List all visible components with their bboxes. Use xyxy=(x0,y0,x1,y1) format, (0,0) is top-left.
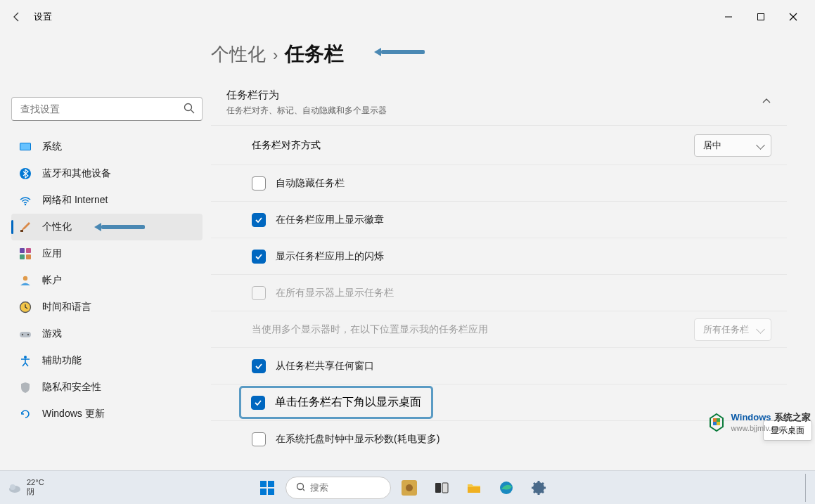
row-label: 任务栏对齐方式 xyxy=(252,139,694,152)
svg-point-2 xyxy=(185,104,192,111)
svg-rect-21 xyxy=(713,422,717,425)
sidebar-item-accessibility[interactable]: 辅助功能 xyxy=(11,347,203,374)
window-title: 设置 xyxy=(34,11,52,23)
sidebar-item-label: 应用 xyxy=(42,247,62,260)
row-seconds: 在系统托盘时钟中显示秒数(耗电更多) xyxy=(211,421,787,448)
weather-icon xyxy=(7,480,23,496)
maximize-button[interactable] xyxy=(745,6,777,28)
svg-rect-25 xyxy=(260,481,267,487)
sidebar-item-network[interactable]: 网络和 Internet xyxy=(11,187,203,214)
chevron-up-icon xyxy=(762,96,771,109)
wifi-icon xyxy=(18,193,32,207)
svg-line-30 xyxy=(303,489,304,492)
taskbar-edge[interactable] xyxy=(492,474,520,502)
taskview-icon xyxy=(433,479,450,496)
svg-rect-15 xyxy=(20,332,31,337)
svg-point-17 xyxy=(27,334,29,335)
taskbar-task-view[interactable] xyxy=(428,474,456,502)
row-autohide: 自动隐藏任务栏 xyxy=(211,165,787,202)
sidebar-item-label: Windows 更新 xyxy=(42,408,105,420)
sidebar-item-apps[interactable]: 应用 xyxy=(11,240,203,267)
sidebar-item-label: 网络和 Internet xyxy=(42,194,108,207)
svg-rect-34 xyxy=(442,483,448,493)
apps-icon xyxy=(18,247,32,261)
bluetooth-icon xyxy=(18,167,32,181)
taskbar-weather[interactable]: 22°C 阴 xyxy=(7,478,44,497)
windows-icon xyxy=(259,480,275,496)
row-label: 自动隐藏任务栏 xyxy=(276,177,771,190)
weather-condition: 阴 xyxy=(27,486,44,497)
update-icon xyxy=(18,407,32,421)
title-bar: 设置 xyxy=(0,0,815,34)
breadcrumb-parent[interactable]: 个性化 xyxy=(211,42,266,67)
row-alignment: 任务栏对齐方式 居中 xyxy=(211,126,787,165)
minimize-button[interactable] xyxy=(712,6,745,28)
annotation-highlight: 单击任务栏右下角以显示桌面 xyxy=(239,386,433,419)
sidebar-item-personalization[interactable]: 个性化 xyxy=(11,214,203,240)
row-badges: 在任务栏应用上显示徽章 xyxy=(211,202,787,238)
svg-rect-1 xyxy=(758,14,764,20)
watermark-icon xyxy=(706,411,727,432)
row-label: 在所有显示器上显示任务栏 xyxy=(276,287,771,299)
gear-icon xyxy=(530,479,547,496)
svg-rect-10 xyxy=(26,248,31,253)
multidisplay-select: 所有任务栏 xyxy=(694,318,771,341)
annotation-arrow-icon xyxy=(94,223,145,231)
checkbox-badges[interactable] xyxy=(252,213,266,227)
start-button[interactable] xyxy=(253,474,281,502)
svg-rect-20 xyxy=(717,418,720,422)
checkbox-seconds[interactable] xyxy=(252,432,266,446)
checkbox-share[interactable] xyxy=(252,359,266,373)
app-icon xyxy=(401,479,418,496)
taskbar-explorer[interactable] xyxy=(460,474,488,502)
section-title: 任务栏行为 xyxy=(226,89,762,102)
svg-rect-35 xyxy=(468,487,480,493)
content-area: 个性化 › 任务栏 任务栏行为 任务栏对齐、标记、自动隐藏和多个显示器 任务栏对… xyxy=(211,34,815,470)
svg-point-18 xyxy=(24,356,27,358)
sidebar-item-time-language[interactable]: 时间和语言 xyxy=(11,294,203,321)
show-desktop-button[interactable] xyxy=(805,474,808,502)
sidebar-item-privacy[interactable]: 隐私和安全性 xyxy=(11,374,203,401)
breadcrumb: 个性化 › 任务栏 xyxy=(211,41,787,67)
checkbox-flash[interactable] xyxy=(252,250,266,264)
svg-rect-11 xyxy=(20,254,25,259)
svg-rect-28 xyxy=(268,489,274,495)
taskbar-app-1[interactable] xyxy=(395,474,423,502)
search-box[interactable] xyxy=(11,97,203,121)
search-icon xyxy=(296,482,304,493)
taskbar-search[interactable] xyxy=(285,477,391,499)
sidebar-item-update[interactable]: Windows 更新 xyxy=(11,401,203,427)
watermark: Windows 系统之家 www.bjjmlv.com xyxy=(706,411,811,432)
alignment-select[interactable]: 居中 xyxy=(694,134,771,157)
svg-rect-5 xyxy=(20,143,30,150)
clock-icon xyxy=(18,300,32,314)
taskbar-search-input[interactable] xyxy=(310,482,380,493)
sidebar-item-accounts[interactable]: 帐户 xyxy=(11,267,203,294)
checkbox-show-desktop[interactable] xyxy=(251,396,265,410)
sidebar-item-gaming[interactable]: 游戏 xyxy=(11,321,203,347)
section-subtitle: 任务栏对齐、标记、自动隐藏和多个显示器 xyxy=(226,105,762,117)
brush-icon xyxy=(18,220,32,234)
sidebar-item-label: 辅助功能 xyxy=(42,354,82,367)
svg-rect-8 xyxy=(20,230,23,232)
sidebar: 系统 蓝牙和其他设备 网络和 Internet 个性化 应用 xyxy=(0,34,211,470)
svg-rect-19 xyxy=(713,418,717,422)
section-header-taskbar-behaviors[interactable]: 任务栏行为 任务栏对齐、标记、自动隐藏和多个显示器 xyxy=(211,82,787,126)
row-label: 从任务栏共享任何窗口 xyxy=(276,360,771,373)
taskbar-settings[interactable] xyxy=(525,474,553,502)
checkbox-autohide[interactable] xyxy=(252,176,266,190)
close-button[interactable] xyxy=(777,6,809,28)
breadcrumb-current: 任务栏 xyxy=(285,41,344,67)
sidebar-item-label: 时间和语言 xyxy=(42,301,91,314)
svg-point-16 xyxy=(22,334,23,335)
sidebar-item-system[interactable]: 系统 xyxy=(11,134,203,160)
system-icon xyxy=(18,140,32,154)
annotation-arrow-icon xyxy=(374,48,425,56)
search-input[interactable] xyxy=(11,97,203,121)
back-button[interactable] xyxy=(6,6,28,28)
svg-rect-12 xyxy=(26,254,31,259)
user-icon xyxy=(18,273,32,287)
sidebar-item-bluetooth[interactable]: 蓝牙和其他设备 xyxy=(11,160,203,187)
sidebar-item-label: 帐户 xyxy=(42,274,62,287)
sidebar-item-label: 系统 xyxy=(42,141,62,153)
